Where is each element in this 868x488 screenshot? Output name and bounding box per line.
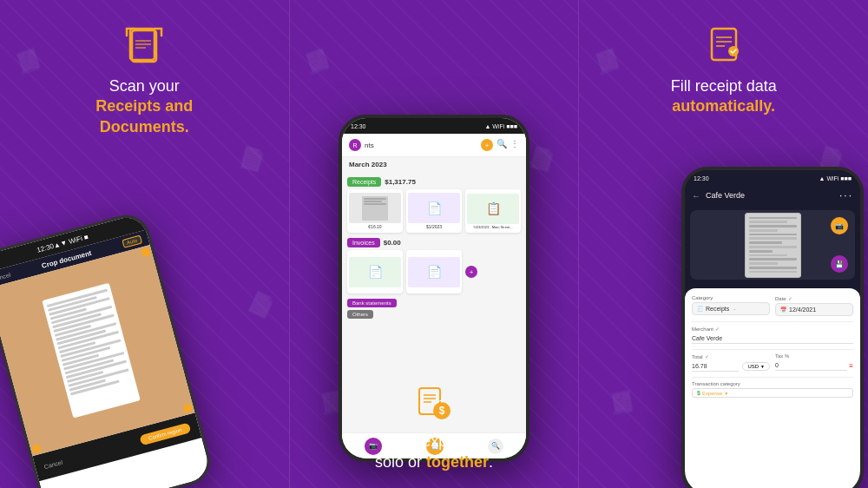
category-label: Category (692, 295, 770, 300)
track-expenses-text: Track expenses solo or together. (290, 432, 579, 472)
date-col: Date ✓ 📅 12/4/2021 (775, 295, 853, 316)
corner-dot-br (182, 403, 193, 413)
mid-header: R nts + 🔍 ⋮ (342, 134, 526, 157)
date-check-icon: ✓ (788, 295, 792, 301)
bg-decoration: 🧾 (606, 388, 635, 417)
add-invoice-btn[interactable]: + (465, 266, 477, 278)
category-date-row: Category 🧾 Receipts - Date ✓ (692, 295, 853, 316)
category-input[interactable]: 🧾 Receipts - (692, 302, 770, 315)
dollar-icon: $ (697, 390, 700, 396)
svg-text:$: $ (439, 405, 445, 417)
save-action-btn[interactable]: 💾 (831, 255, 848, 273)
tax-label: Tax % (775, 353, 853, 359)
back-icon[interactable]: ← (692, 191, 700, 201)
category-col: Category 🧾 Receipts - (692, 295, 770, 316)
camera-action-btn[interactable]: 📷 (831, 217, 848, 234)
merchant-check-icon: ✓ (715, 326, 720, 332)
fill-icon-area (702, 24, 746, 68)
bank-section-header: Bank statements (347, 299, 521, 307)
form-area: Category 🧾 Receipts - Date ✓ (685, 288, 860, 488)
others-section-header: Others (347, 310, 521, 319)
corner-dot-tr (141, 247, 151, 257)
receipt-preview (745, 213, 801, 278)
receipt-image-area: 📷 💾 (690, 210, 855, 280)
right-app-header: ← Cafe Verde ··· (685, 186, 860, 205)
status-bar-mid: 12:30 ▲ WiFi ■■■ (342, 118, 526, 134)
transaction-col: Transaction category $ Expense ▼ (692, 381, 853, 398)
doc-card-2[interactable]: 📄 $1/2023 (406, 189, 462, 233)
right-app-title: Cafe Verde (706, 191, 745, 200)
calendar-icon: 📅 (780, 307, 786, 313)
svg-text:+: + (439, 396, 444, 406)
panel-right: 🧾 📄 🧾 Fill receipt data automatically. 1… (579, 0, 868, 488)
auto-btn[interactable]: Auto (122, 234, 142, 247)
status-time-mid: 12:30 (351, 123, 366, 129)
bg-decoration: 🧾 (11, 45, 44, 77)
bg-decoration: 🧾 (590, 45, 623, 77)
menu-icon[interactable]: ⋮ (510, 139, 519, 151)
panel-middle: 🧾 📄 🧾 12:30 ▲ WiFi ■■■ R nts + 🔍 ⋮ (290, 0, 580, 488)
left-headline: Scan your Receipts and Documents. (78, 76, 210, 137)
confirm-btn[interactable]: Confirm region (139, 422, 191, 445)
avatar-icon: R (349, 139, 361, 151)
invoice-card-1[interactable]: 📄 (347, 250, 403, 293)
tax-col: Tax % 0 ≡ (775, 353, 853, 372)
total-label: Total ✓ (692, 353, 770, 359)
invoice-card-2[interactable]: 📄 (406, 250, 462, 293)
doc-card-1[interactable]: €16.10 (347, 189, 403, 233)
right-headline: Fill receipt data automatically. (654, 76, 794, 117)
search-icon[interactable]: 🔍 (496, 139, 507, 151)
bg-decoration: 🧾 (300, 45, 333, 77)
date-heading: March 2023 (342, 157, 526, 172)
tax-value[interactable]: 0 (775, 360, 847, 371)
middle-bottom-text: $ + Track expenses solo or together. (290, 381, 579, 472)
receipts-section-header: Receipts $1,317.75 (347, 177, 521, 187)
currency-select[interactable]: USD ▼ (742, 362, 770, 371)
tax-warning-icon: ≡ (849, 362, 853, 370)
receipts-total: $1,317.75 (385, 178, 416, 186)
track-icon-area: $ + (290, 381, 579, 425)
headline-brand2: Documents. (100, 118, 189, 135)
bg-decoration: 📄 (245, 288, 279, 321)
invoices-badge: Invoices (347, 238, 380, 247)
divider-2 (692, 349, 853, 350)
date-label: Date ✓ (775, 295, 853, 301)
status-time: 12:30 (36, 241, 55, 254)
panel-left: 🧾 📄 🧾 📄 Scan your Receipts and Documents… (0, 0, 290, 488)
invoices-total: $0.00 (384, 239, 401, 247)
merchant-value[interactable]: Cafe Verde (692, 333, 853, 344)
total-value[interactable]: 16.78 (692, 361, 739, 372)
doc-card-3[interactable]: 📋 5/23/2023 - Main Street... (465, 189, 521, 233)
total-with-currency: 16.78 USD ▼ (692, 361, 770, 372)
total-tax-row: Total ✓ 16.78 USD ▼ Ta (692, 353, 853, 372)
fill-data-icon (703, 25, 745, 67)
doc-amount-2: $1/2023 (426, 224, 442, 229)
track-expenses-icon: $ + (412, 381, 456, 425)
invoices-section-header: Invoices $0.00 (347, 238, 521, 247)
phone-left: 12:30 ▲▼ WiFi ■ Cancel Crop document Aut… (0, 210, 215, 488)
more-options-icon[interactable]: ··· (839, 189, 853, 201)
transaction-select[interactable]: $ Expense ▼ (692, 388, 853, 398)
transaction-label: Transaction category (692, 381, 853, 386)
receipts-badge: Receipts (347, 177, 381, 187)
corner-dot-bl (31, 444, 42, 454)
doc-amount-3: 5/23/2023 - Main Street... (473, 225, 512, 229)
status-bar-right: 12:30 ▲ WiFi ■■■ (685, 170, 860, 186)
transaction-row: Transaction category $ Expense ▼ (692, 381, 853, 398)
header-title-mid: nts (365, 142, 374, 149)
svg-rect-0 (132, 30, 156, 62)
receipt-in-phone (42, 283, 141, 419)
scan-icon-area (122, 24, 166, 68)
status-time-right: 12:30 (694, 175, 709, 181)
cancel-label[interactable]: Cancel (43, 458, 63, 469)
date-input[interactable]: 📅 12/4/2021 (775, 303, 853, 316)
merchant-col: Merchant ✓ Cafe Verde (692, 326, 853, 344)
divider-1 (692, 321, 853, 322)
doc-amount-1: €16.10 (368, 224, 381, 229)
divider-3 (692, 377, 853, 378)
invoices-docs-grid: 📄 📄 + (347, 250, 521, 293)
cancel-btn[interactable]: Cancel (0, 271, 11, 281)
bank-badge: Bank statements (347, 299, 397, 307)
bg-decoration: 📄 (527, 143, 558, 174)
add-icon[interactable]: + (481, 139, 493, 151)
